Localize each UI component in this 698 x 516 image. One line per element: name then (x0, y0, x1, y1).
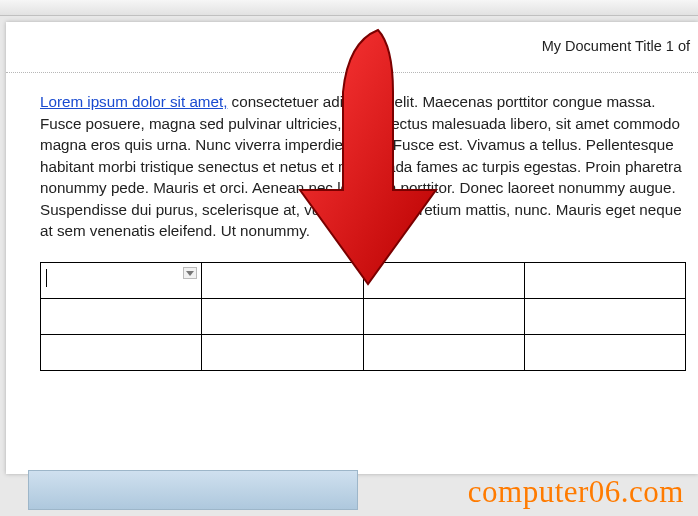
body-paragraph[interactable]: Lorem ipsum dolor sit amet, consectetuer… (6, 91, 698, 242)
table-cell[interactable] (363, 299, 524, 335)
table-row (41, 335, 686, 371)
table-cell[interactable] (41, 263, 202, 299)
table-cell[interactable] (202, 299, 363, 335)
table-cell[interactable] (41, 299, 202, 335)
table-cell[interactable] (363, 263, 524, 299)
header-title: My Document Title 1 of (542, 38, 690, 54)
cell-dropdown-button[interactable] (183, 267, 197, 279)
hyperlink-lorem[interactable]: Lorem ipsum dolor sit amet, (40, 93, 227, 110)
document-page: My Document Title 1 of Lorem ipsum dolor… (6, 22, 698, 474)
table-row (41, 299, 686, 335)
chevron-down-icon (186, 271, 194, 276)
paragraph-text: consectetuer adipiscing elit. Maecenas p… (40, 93, 682, 239)
table-cell[interactable] (363, 335, 524, 371)
table-cell[interactable] (524, 335, 685, 371)
page-header[interactable]: My Document Title 1 of (6, 36, 698, 73)
image-placeholder (28, 470, 358, 510)
watermark-text: computer06.com (468, 474, 684, 510)
document-table[interactable] (40, 262, 686, 371)
table-cell[interactable] (524, 263, 685, 299)
table-row (41, 263, 686, 299)
ruler (0, 0, 698, 16)
table-cell[interactable] (41, 335, 202, 371)
table-cell[interactable] (202, 263, 363, 299)
table-cell[interactable] (202, 335, 363, 371)
table-cell[interactable] (524, 299, 685, 335)
